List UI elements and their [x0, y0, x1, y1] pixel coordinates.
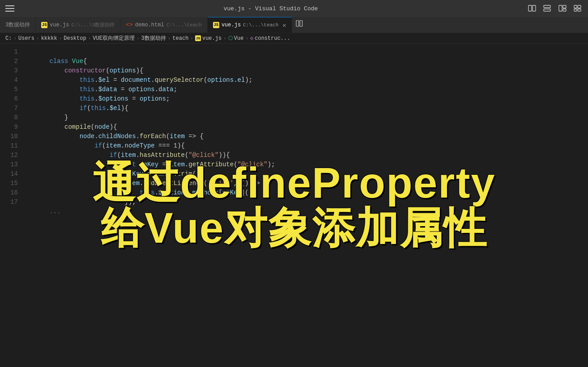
- tab-close-button[interactable]: ✕: [282, 21, 286, 29]
- tab-path: C:\...\teach: [243, 22, 278, 28]
- title-bar-controls: [527, 4, 583, 13]
- split-horizontal-icon[interactable]: [542, 4, 552, 13]
- breadcrumb-item[interactable]: VUE双向绑定原理: [93, 34, 135, 42]
- tab-filename: vue.js: [50, 22, 69, 28]
- svg-rect-10: [578, 9, 581, 11]
- tab-demo-html[interactable]: <> demo.html C:\...\teach: [120, 17, 208, 33]
- breadcrumb-item[interactable]: Desktop: [64, 35, 86, 42]
- tab-3data-folder[interactable]: 3数据劫持: [0, 17, 36, 33]
- split-editor-tab-icon[interactable]: [296, 20, 303, 30]
- tab-label: 3数据劫持: [5, 21, 30, 29]
- js-file-icon: JS: [41, 22, 47, 28]
- breadcrumb-item[interactable]: teach: [172, 35, 188, 42]
- svg-rect-0: [528, 5, 532, 11]
- constructor-icon: ◇: [250, 35, 253, 42]
- title-bar-left: [5, 5, 14, 12]
- code-line-2: constructor(options){: [27, 57, 588, 66]
- split-editor-icon[interactable]: [527, 4, 537, 13]
- tab-bar: 3数据劫持 JS vue.js C:\...\3数据劫持 <> demo.htm…: [0, 17, 588, 33]
- breadcrumb-item[interactable]: ◇ construc...: [250, 35, 290, 42]
- js-icon: JS: [195, 35, 201, 41]
- line-numbers: 1 2 3 4 5 6 7 8 9 10 11 12 13 14 15 16 1…: [0, 44, 23, 367]
- tab-filename: demo.html: [135, 22, 164, 28]
- tab-path: C:\...\teach: [166, 22, 202, 28]
- breadcrumb: C: › Users › kkkkk › Desktop › VUE双向绑定原理…: [0, 33, 588, 44]
- code-line-1: class Vue{: [27, 47, 588, 57]
- customize-layout-icon[interactable]: [573, 4, 583, 13]
- tab-vue-teach[interactable]: JS vue.js C:\...\teach ✕: [208, 17, 292, 33]
- svg-rect-3: [544, 9, 550, 11]
- svg-rect-7: [574, 5, 577, 8]
- code-line-8: compile(node){: [27, 113, 588, 122]
- svg-rect-9: [574, 9, 577, 11]
- code-editor[interactable]: class Vue{ constructor(options){ this.$e…: [23, 44, 588, 367]
- js-file-icon: JS: [213, 22, 219, 28]
- menu-icon[interactable]: [5, 5, 14, 12]
- tab-filename: vue.js: [222, 22, 241, 28]
- svg-rect-1: [533, 5, 536, 11]
- editor-area: 1 2 3 4 5 6 7 8 9 10 11 12 13 14 15 16 1…: [0, 44, 588, 367]
- breadcrumb-item[interactable]: C:: [5, 35, 12, 42]
- svg-rect-11: [296, 21, 299, 26]
- tab-vue-3data[interactable]: JS vue.js C:\...\3数据劫持: [36, 17, 120, 33]
- title-bar: vue.js - Visual Studio Code: [0, 0, 588, 17]
- svg-rect-12: [300, 21, 303, 26]
- tab-path: C:\...\3数据劫持: [71, 21, 115, 28]
- svg-rect-8: [578, 5, 581, 8]
- svg-rect-5: [563, 5, 566, 8]
- window-title: vue.js - Visual Studio Code: [14, 5, 527, 12]
- breadcrumb-item[interactable]: kkkkk: [41, 35, 57, 42]
- breadcrumb-file-item[interactable]: JS vue.js: [195, 35, 222, 42]
- svg-rect-4: [559, 5, 562, 11]
- svg-rect-2: [544, 5, 550, 8]
- svg-rect-6: [563, 9, 566, 11]
- breadcrumb-item[interactable]: ⬡ Vue: [228, 35, 244, 42]
- breadcrumb-item[interactable]: Users: [18, 35, 34, 42]
- vue-class-icon: ⬡: [228, 35, 233, 42]
- breadcrumb-item[interactable]: 3数据劫持: [141, 34, 166, 42]
- panel-layout-icon[interactable]: [558, 4, 567, 13]
- html-file-icon: <>: [126, 21, 133, 28]
